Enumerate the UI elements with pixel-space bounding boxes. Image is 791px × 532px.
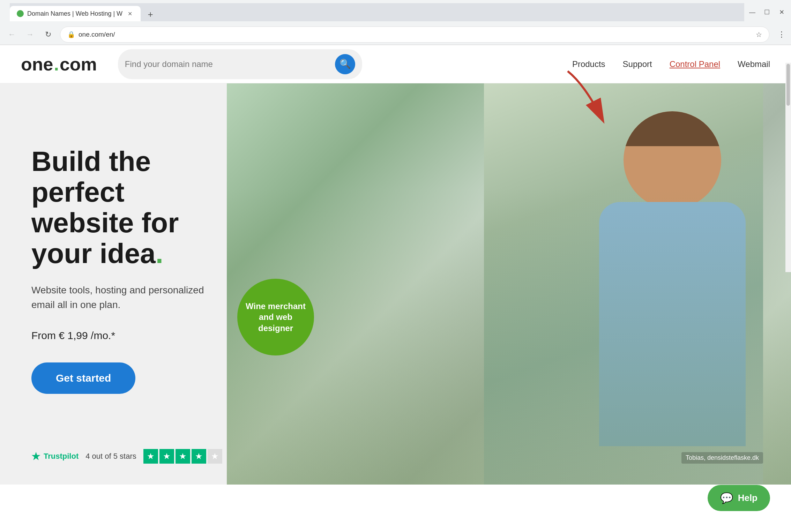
get-started-button[interactable]: Get started	[31, 362, 135, 394]
hero-content: Build the perfect website for your idea.…	[0, 83, 244, 485]
hero-subtitle: Website tools, hosting and personalizede…	[31, 283, 213, 312]
search-button[interactable]: 🔍	[335, 54, 355, 74]
lock-icon: 🔒	[67, 31, 75, 38]
tab-favicon	[17, 10, 24, 17]
hero-background: Tobias, densidsteflaske.dk	[227, 83, 791, 485]
url-bar[interactable]: 🔒 one.com/en/ ☆	[60, 27, 769, 43]
url-text: one.com/en/	[79, 31, 752, 38]
site-nav: Products Support Control Panel Webmail	[572, 59, 770, 69]
minimize-button[interactable]: —	[748, 8, 756, 16]
browser-tab[interactable]: Domain Names | Web Hosting | W ✕	[10, 6, 141, 21]
browser-chrome: Domain Names | Web Hosting | W ✕ + — ☐ ✕…	[0, 0, 791, 45]
help-icon: 💬	[720, 492, 733, 504]
hero-title: Build the perfect website for your idea.	[31, 146, 213, 269]
refresh-button[interactable]: ↻	[42, 28, 54, 41]
nav-products[interactable]: Products	[572, 59, 605, 69]
forward-button[interactable]: →	[24, 28, 36, 41]
logo[interactable]: one.com	[21, 54, 97, 75]
back-button[interactable]: ←	[6, 28, 18, 41]
logo-text-one: one	[21, 54, 53, 75]
bookmark-icon[interactable]: ☆	[756, 30, 762, 39]
browser-menu-button[interactable]: ⋮	[778, 30, 785, 39]
nav-support[interactable]: Support	[623, 59, 652, 69]
logo-text-com: com	[60, 54, 97, 75]
hero-title-line1: Build the perfect	[31, 146, 151, 208]
tab-title: Domain Names | Web Hosting | W	[27, 10, 122, 17]
green-badge-text: Wine merchantand webdesigner	[239, 294, 313, 340]
site-header: one.com 🔍 Products Support Control Panel…	[0, 45, 791, 83]
hero-section: Build the perfect website for your idea.…	[0, 83, 791, 485]
help-label: Help	[738, 493, 758, 503]
logo-dot: .	[54, 54, 59, 75]
search-icon: 🔍	[339, 59, 351, 69]
hero-price: From € 1,99 /mo.*	[31, 330, 213, 342]
search-input[interactable]	[125, 59, 329, 69]
green-badge: Wine merchantand webdesigner	[237, 279, 314, 355]
nav-webmail[interactable]: Webmail	[738, 59, 770, 69]
address-bar: ← → ↻ 🔒 one.com/en/ ☆ ⋮	[0, 24, 791, 45]
hero-title-dot: .	[156, 238, 163, 269]
scrollbar-thumb[interactable]	[786, 64, 790, 106]
search-bar: 🔍	[118, 49, 362, 79]
scrollbar[interactable]	[785, 63, 791, 272]
tab-close-button[interactable]: ✕	[126, 10, 134, 17]
photo-credit: Tobias, densidsteflaske.dk	[681, 452, 763, 464]
title-bar: Domain Names | Web Hosting | W ✕ + — ☐ ✕	[0, 0, 791, 24]
nav-control-panel[interactable]: Control Panel	[670, 59, 720, 69]
help-button[interactable]: 💬 Help	[708, 485, 770, 511]
close-button[interactable]: ✕	[778, 8, 785, 16]
new-tab-button[interactable]: +	[143, 7, 157, 21]
hero-image-area: Tobias, densidsteflaske.dk	[227, 83, 791, 485]
website: one.com 🔍 Products Support Control Panel…	[0, 45, 791, 485]
maximize-button[interactable]: ☐	[763, 8, 771, 16]
